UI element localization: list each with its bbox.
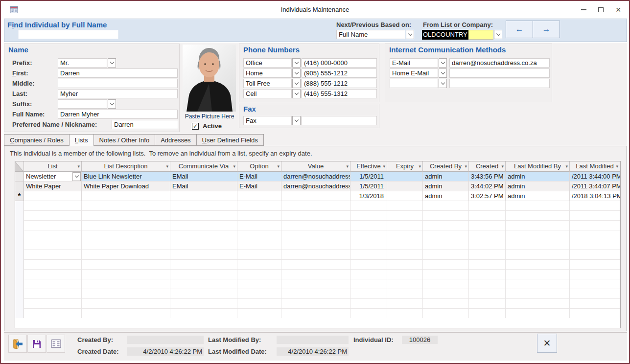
middle-name-field[interactable] bbox=[58, 79, 178, 88]
cell-last-modified[interactable]: /2011 3:44:07 PM bbox=[570, 182, 620, 191]
prefix-combo[interactable]: Mr. bbox=[58, 58, 116, 68]
cell-communicate-via[interactable] bbox=[170, 191, 237, 201]
internet-type-combo[interactable] bbox=[390, 79, 447, 88]
filter-arrow-icon[interactable]: ▾ bbox=[616, 161, 618, 171]
first-name-field[interactable]: Darren bbox=[58, 68, 178, 78]
internet-type-value[interactable] bbox=[390, 79, 438, 88]
chevron-down-icon[interactable] bbox=[439, 68, 447, 78]
phone-number-field[interactable]: (905) 555-1212 bbox=[302, 68, 377, 78]
cell-created-by[interactable]: admin bbox=[423, 182, 469, 191]
from-list-selected-value[interactable]: OLDCOUNTRY bbox=[422, 30, 468, 40]
filter-arrow-icon[interactable]: ▾ bbox=[565, 161, 568, 171]
close-icon[interactable]: ✕ bbox=[615, 6, 621, 13]
filter-arrow-icon[interactable]: ▾ bbox=[501, 161, 504, 171]
save-button[interactable] bbox=[27, 335, 46, 353]
phone-number-field[interactable]: (888) 555-1212 bbox=[302, 79, 377, 88]
last-name-field[interactable]: Myher bbox=[58, 89, 178, 98]
internet-address-field[interactable] bbox=[449, 79, 550, 88]
fax-type-combo[interactable]: Fax bbox=[243, 116, 301, 125]
find-individual-input[interactable] bbox=[18, 30, 118, 39]
column-header-list[interactable]: List▾ bbox=[24, 161, 82, 172]
cell-list-description[interactable]: White Paper Download bbox=[82, 182, 170, 191]
cell-created-by[interactable]: admin bbox=[423, 172, 469, 182]
chevron-down-icon[interactable] bbox=[108, 99, 116, 109]
column-header-last-modified-by[interactable]: Last Modified By▾ bbox=[506, 161, 570, 172]
internet-address-field[interactable]: darren@nosuchaddress.co.za bbox=[449, 58, 550, 68]
cell-created-by[interactable]: admin bbox=[423, 191, 469, 201]
cell-created[interactable]: 3:43:56 PM bbox=[469, 172, 506, 182]
internet-address-field[interactable] bbox=[449, 68, 550, 78]
phone-type-combo[interactable]: Toll Free bbox=[243, 79, 301, 88]
cell-list-description[interactable]: Blue Link Newsletter bbox=[82, 172, 170, 182]
phone-number-field[interactable]: (416) 555-1312 bbox=[302, 89, 377, 98]
filter-arrow-icon[interactable]: ▾ bbox=[233, 161, 235, 171]
tab-companies-roles[interactable]: Companies / Roles bbox=[4, 134, 70, 146]
next-previous-combo[interactable]: Full Name bbox=[336, 30, 414, 39]
column-header-created-by[interactable]: Created By▾ bbox=[423, 161, 469, 172]
full-name-field[interactable]: Darren Myher bbox=[58, 110, 178, 119]
cell-effective[interactable]: 1/5/2011 bbox=[350, 172, 387, 182]
fax-number-field[interactable] bbox=[302, 116, 377, 125]
phone-number-field[interactable]: (416) 000-0000 bbox=[302, 58, 377, 68]
cell-option[interactable]: E-Mail bbox=[237, 172, 281, 182]
filter-arrow-icon[interactable]: ▾ bbox=[419, 161, 421, 171]
suffix-value[interactable] bbox=[58, 99, 107, 109]
chevron-down-icon[interactable] bbox=[72, 172, 81, 181]
column-header-effective[interactable]: Effective▾ bbox=[350, 161, 387, 172]
column-header-expiry[interactable]: Expiry▾ bbox=[387, 161, 423, 172]
chevron-down-icon[interactable] bbox=[292, 116, 301, 125]
cell-last-modified[interactable]: /2011 3:44:00 PM bbox=[570, 172, 620, 182]
column-header-created[interactable]: Created▾ bbox=[469, 161, 506, 172]
exit-button[interactable] bbox=[8, 335, 27, 353]
row-selector[interactable] bbox=[15, 172, 24, 182]
tab-user-defined-fields[interactable]: User Defined Fields bbox=[196, 134, 264, 146]
next-record-button[interactable]: → bbox=[533, 21, 560, 38]
chevron-down-icon[interactable] bbox=[292, 89, 301, 98]
chevron-down-icon[interactable] bbox=[292, 58, 301, 68]
tab-addresses[interactable]: Addresses bbox=[155, 134, 196, 146]
cell-last-modified-by[interactable]: admin bbox=[506, 191, 570, 201]
cell-created[interactable]: 3:44:02 PM bbox=[469, 182, 506, 191]
close-form-button[interactable]: ✕ bbox=[537, 334, 557, 353]
cell-effective[interactable]: 1/3/2018 bbox=[350, 191, 387, 201]
internet-type-value[interactable]: Home E-Mail bbox=[390, 68, 438, 78]
filter-arrow-icon[interactable]: ▾ bbox=[346, 161, 349, 171]
cell-expiry[interactable] bbox=[387, 191, 423, 201]
filter-arrow-icon[interactable]: ▾ bbox=[383, 161, 385, 171]
cell-option[interactable]: E-Mail bbox=[237, 182, 281, 191]
phone-type-combo[interactable]: Cell bbox=[243, 89, 301, 98]
column-header-last-modified[interactable]: Last Modified▾ bbox=[570, 161, 620, 172]
cell-list[interactable] bbox=[24, 191, 82, 201]
tab-notes-other-info[interactable]: Notes / Other Info bbox=[93, 134, 156, 146]
maximize-icon[interactable] bbox=[598, 7, 604, 12]
cell-value[interactable]: darren@nosuchaddress bbox=[281, 182, 350, 191]
prefix-value[interactable]: Mr. bbox=[58, 58, 107, 68]
cell-created[interactable]: 3:02:57 PM bbox=[469, 191, 506, 201]
cell-value[interactable] bbox=[281, 191, 350, 201]
column-header-communicate-via[interactable]: Communicate Via▾ bbox=[170, 161, 237, 172]
phone-type-combo[interactable]: Home bbox=[243, 68, 301, 78]
row-selector[interactable] bbox=[15, 182, 24, 191]
cell-value[interactable]: darren@nosuchaddress bbox=[281, 172, 350, 182]
filter-arrow-icon[interactable]: ▾ bbox=[77, 161, 80, 171]
cell-expiry[interactable] bbox=[387, 182, 423, 191]
column-header-list-description[interactable]: List Description▾ bbox=[82, 161, 170, 172]
phone-type-value[interactable]: Cell bbox=[243, 89, 292, 98]
chevron-down-icon[interactable] bbox=[108, 58, 116, 68]
cell-communicate-via[interactable]: EMail bbox=[170, 182, 237, 191]
phone-type-value[interactable]: Toll Free bbox=[243, 79, 292, 88]
phone-type-combo[interactable]: Office bbox=[243, 58, 301, 68]
minimize-icon[interactable] bbox=[581, 9, 586, 10]
cell-effective[interactable]: 1/5/2011 bbox=[350, 182, 387, 191]
new-record-icon[interactable]: * bbox=[15, 191, 24, 201]
cell-communicate-via[interactable]: EMail bbox=[170, 172, 237, 182]
cell-last-modified[interactable]: /2018 3:04:13 PM bbox=[570, 191, 620, 201]
chevron-down-icon[interactable] bbox=[406, 30, 414, 39]
individual-photo[interactable] bbox=[183, 45, 236, 112]
preferred-name-field[interactable]: Darren bbox=[112, 120, 178, 129]
cell-list-description[interactable] bbox=[82, 191, 170, 201]
phone-type-value[interactable]: Office bbox=[243, 58, 292, 68]
active-checkbox[interactable]: ✓ bbox=[192, 123, 199, 130]
column-header-option[interactable]: Option▾ bbox=[237, 161, 281, 172]
filter-arrow-icon[interactable]: ▾ bbox=[166, 161, 168, 171]
